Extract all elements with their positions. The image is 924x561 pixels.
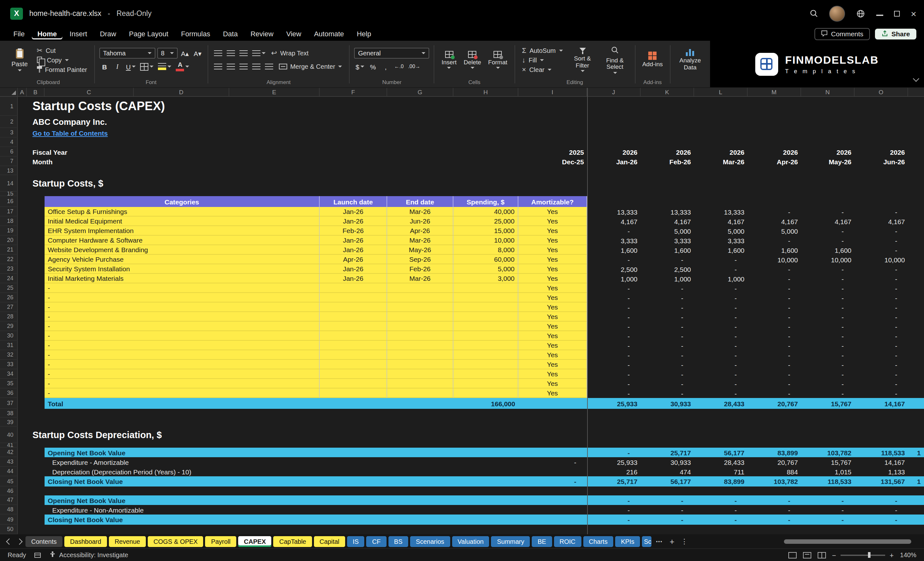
cell[interactable]: 30,933 <box>640 457 694 467</box>
cell[interactable] <box>453 340 518 350</box>
cell[interactable]: - <box>587 495 640 505</box>
cell[interactable]: - <box>748 322 801 331</box>
cell[interactable]: - <box>640 369 694 379</box>
cell[interactable]: - <box>748 360 801 369</box>
comma-style-button[interactable]: , <box>380 61 391 72</box>
delete-cells-button[interactable]: Delete <box>461 50 484 70</box>
cell[interactable] <box>908 274 924 284</box>
cell[interactable]: - <box>45 293 320 303</box>
cell[interactable]: 10,000 <box>453 236 518 245</box>
cell[interactable]: - <box>640 350 694 360</box>
cell[interactable]: 1 <box>908 476 924 486</box>
cell[interactable] <box>18 443 924 448</box>
cell[interactable] <box>908 340 924 350</box>
cell[interactable] <box>18 166 924 175</box>
globe-icon[interactable] <box>856 9 866 18</box>
cell[interactable] <box>387 369 453 379</box>
cell[interactable]: - <box>801 495 855 505</box>
minimize-button[interactable] <box>876 11 883 16</box>
normal-view-button[interactable] <box>788 552 796 558</box>
increase-font-button[interactable]: A▴ <box>179 48 190 58</box>
cell[interactable] <box>18 192 924 196</box>
more-sheets-button[interactable]: ••• <box>653 539 665 543</box>
cell[interactable]: EHR System Implementation <box>45 226 320 236</box>
cell[interactable] <box>320 312 387 322</box>
row-header[interactable]: 31 <box>0 340 18 350</box>
orientation-button[interactable] <box>250 48 267 58</box>
cell[interactable]: - <box>855 322 908 331</box>
cell[interactable]: - <box>587 369 640 379</box>
cell[interactable]: Mar-26 <box>694 157 748 166</box>
cell[interactable] <box>453 369 518 379</box>
cell[interactable]: 13,333 <box>587 207 640 216</box>
cell[interactable]: - <box>748 350 801 360</box>
cell[interactable]: Computer Hardware & Software <box>45 236 320 245</box>
align-bottom-button[interactable] <box>238 48 249 58</box>
cell[interactable]: 5,000 <box>453 264 518 274</box>
cell[interactable] <box>518 514 587 525</box>
sheet-tab-is[interactable]: IS <box>347 536 364 547</box>
cell[interactable]: - <box>801 303 855 312</box>
cell[interactable]: 5,000 <box>694 226 748 236</box>
cell[interactable]: - <box>694 264 748 274</box>
cell[interactable]: 2026 <box>587 147 640 157</box>
cell[interactable] <box>18 388 45 398</box>
zoom-out-button[interactable]: − <box>832 551 836 559</box>
cell[interactable] <box>387 293 453 303</box>
cell[interactable] <box>908 388 924 398</box>
cell[interactable]: 1,000 <box>587 274 640 284</box>
cell[interactable]: - <box>855 331 908 340</box>
cell[interactable]: 25,717 <box>640 448 694 457</box>
cell[interactable] <box>320 293 387 303</box>
cell[interactable] <box>453 331 518 340</box>
cell[interactable]: Yes <box>518 236 587 245</box>
cell[interactable]: 2,500 <box>587 264 640 274</box>
wrap-text-button[interactable]: ↩ Wrap Text <box>268 49 311 57</box>
cell[interactable]: 25,933 <box>587 398 640 409</box>
cell[interactable]: - <box>694 293 748 303</box>
cell[interactable]: - <box>855 264 908 274</box>
row-header[interactable]: 40 <box>0 427 18 443</box>
cell[interactable]: - <box>587 255 640 264</box>
row-header[interactable]: 18 <box>0 216 18 226</box>
cell[interactable]: 884 <box>748 467 801 476</box>
cell[interactable] <box>908 331 924 340</box>
cell[interactable]: Yes <box>518 331 587 340</box>
sheet-tab-charts[interactable]: Charts <box>583 536 613 547</box>
cell[interactable] <box>387 360 453 369</box>
row-header[interactable]: 3 <box>0 128 18 138</box>
cell[interactable]: Yes <box>518 245 587 255</box>
cell[interactable]: 4,167 <box>694 216 748 226</box>
cell[interactable]: - <box>694 360 748 369</box>
cell[interactable] <box>18 116 27 128</box>
increase-decimal-button[interactable]: ←.0 <box>393 61 405 72</box>
row-header[interactable]: 23 <box>0 264 18 274</box>
cell[interactable]: Yes <box>518 388 587 398</box>
tab-scroll-left-icon[interactable] <box>5 539 14 543</box>
column-header-G[interactable]: G <box>387 88 453 96</box>
page-layout-view-button[interactable] <box>803 552 811 558</box>
cell[interactable]: Yes <box>518 216 587 226</box>
cell[interactable]: Mar-26 <box>387 274 453 284</box>
cell[interactable]: 10,000 <box>855 255 908 264</box>
cell[interactable] <box>453 350 518 360</box>
cell[interactable] <box>18 175 27 192</box>
cell[interactable] <box>908 157 924 166</box>
cell[interactable]: Jan-26 <box>587 157 640 166</box>
column-header-E[interactable]: E <box>229 88 320 96</box>
cell[interactable] <box>908 322 924 331</box>
cell[interactable]: - <box>587 293 640 303</box>
cell[interactable]: 8,000 <box>453 245 518 255</box>
cell[interactable]: - <box>801 379 855 388</box>
cell[interactable]: 10,000 <box>748 255 801 264</box>
cell[interactable]: - <box>855 340 908 350</box>
cell[interactable]: - <box>855 293 908 303</box>
cell[interactable] <box>908 514 924 525</box>
cell[interactable]: 166,000 <box>453 398 518 409</box>
cell[interactable] <box>387 340 453 350</box>
menu-tab-file[interactable]: File <box>8 28 30 39</box>
cell[interactable] <box>453 388 518 398</box>
cell[interactable] <box>18 226 45 236</box>
cell[interactable]: 1,600 <box>694 245 748 255</box>
fill-color-button[interactable] <box>157 61 173 72</box>
